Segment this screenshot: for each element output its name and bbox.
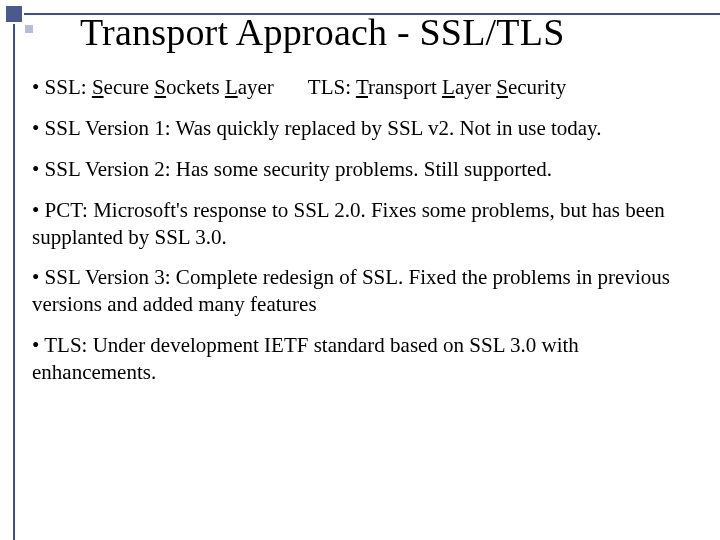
square-icon bbox=[6, 6, 22, 22]
bullet-ssl-v2: • SSL Version 2: Has some security probl… bbox=[32, 156, 696, 183]
bullet-pct: • PCT: Microsoft's response to SSL 2.0. … bbox=[32, 197, 696, 251]
ssl-prefix: • SSL: bbox=[32, 75, 92, 99]
ssl-underline-2: S bbox=[154, 75, 166, 99]
ssl-underline-1: S bbox=[92, 75, 104, 99]
slide-body: • SSL: Secure Sockets Layer TLS: Transpo… bbox=[32, 74, 696, 400]
tls-underline-3: S bbox=[496, 75, 508, 99]
ssl-text-1: ecure bbox=[104, 75, 155, 99]
tls-underline-2: L bbox=[442, 75, 455, 99]
slide-title: Transport Approach - SSL/TLS bbox=[80, 10, 700, 54]
tls-text-1: ransport bbox=[368, 75, 442, 99]
ssl-text-3: ayer bbox=[238, 75, 274, 99]
ssl-definition: • SSL: Secure Sockets Layer bbox=[32, 74, 274, 101]
ssl-underline-3: L bbox=[225, 75, 238, 99]
decoration-vline bbox=[13, 24, 15, 540]
bullet-ssl-v3: • SSL Version 3: Complete redesign of SS… bbox=[32, 264, 696, 318]
tls-text-3: ecurity bbox=[508, 75, 566, 99]
bullet-tls: • TLS: Under development IETF standard b… bbox=[32, 332, 696, 386]
square-small-icon bbox=[25, 25, 33, 33]
corner-decoration bbox=[6, 6, 48, 48]
ssl-text-2: ockets bbox=[166, 75, 225, 99]
slide: Transport Approach - SSL/TLS • SSL: Secu… bbox=[0, 0, 720, 540]
definitions-row: • SSL: Secure Sockets Layer TLS: Transpo… bbox=[32, 74, 696, 101]
tls-prefix: TLS: bbox=[308, 75, 356, 99]
bullet-ssl-v1: • SSL Version 1: Was quickly replaced by… bbox=[32, 115, 696, 142]
tls-text-2: ayer bbox=[455, 75, 496, 99]
tls-definition: TLS: Transport Layer Security bbox=[308, 74, 566, 101]
tls-underline-1: T bbox=[356, 75, 368, 99]
